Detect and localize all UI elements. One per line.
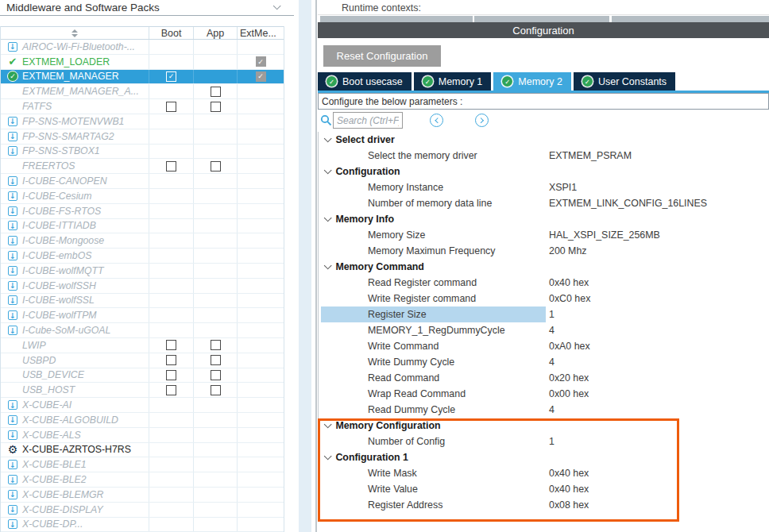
- app-checkbox[interactable]: [211, 355, 221, 365]
- middleware-row[interactable]: ⚙X-CUBE-AZRTOS-H7RS: [1, 443, 284, 458]
- extmem-column-header[interactable]: ExtMe...: [238, 27, 284, 39]
- middleware-row[interactable]: ✓EXTMEM_MANAGER✓✓: [1, 70, 284, 85]
- middleware-row[interactable]: USB_DEVICE: [1, 368, 284, 384]
- chevron-down-icon[interactable]: [272, 2, 280, 10]
- middleware-row[interactable]: FATFS: [1, 99, 284, 114]
- parameter-row[interactable]: Write Command0xA0 hex: [319, 338, 769, 354]
- middleware-row[interactable]: ↓I-CUBE-wolfMQTT: [1, 264, 284, 279]
- parameter-row[interactable]: Write Register command0xC0 hex: [319, 291, 769, 306]
- extmem-checkbox[interactable]: ✓: [256, 56, 266, 67]
- parameter-section-row[interactable]: Memory Info: [319, 211, 769, 227]
- parameter-value[interactable]: 0x20 hex: [546, 372, 589, 384]
- next-match-button[interactable]: [475, 114, 489, 127]
- middleware-row[interactable]: ↓I-Cube-SoM-uGOAL: [1, 323, 284, 338]
- parameter-value[interactable]: 1: [546, 436, 555, 447]
- parameter-value[interactable]: XSPI1: [546, 182, 577, 193]
- search-input[interactable]: [333, 112, 403, 129]
- middleware-row[interactable]: ↓X-CUBE-DP...: [1, 518, 284, 532]
- parameter-value[interactable]: 0xA0 hex: [546, 341, 590, 352]
- parameter-value[interactable]: HAL_XSPI_SIZE_256MB: [546, 229, 660, 241]
- parameter-value[interactable]: 0x40 hex: [546, 468, 589, 479]
- tab-memory-2[interactable]: ✓Memory 2: [493, 72, 571, 91]
- chevron-down-icon[interactable]: [323, 214, 331, 222]
- parameter-row[interactable]: Write Dummy Cycle4: [319, 354, 769, 370]
- parameter-value[interactable]: 4: [546, 325, 555, 336]
- parameter-value[interactable]: EXTMEM_LINK_CONFIG_16LINES: [546, 198, 707, 209]
- parameter-row[interactable]: Read Register command0x40 hex: [319, 275, 769, 291]
- middleware-row[interactable]: ↓X-CUBE-BLEMGR: [1, 488, 284, 503]
- middleware-row[interactable]: ↓I-CUBE-Mongoose: [1, 233, 284, 249]
- parameter-section-row[interactable]: Memory Configuration: [319, 418, 769, 434]
- parameter-row[interactable]: Register Size1: [319, 306, 769, 322]
- parameter-value[interactable]: 200 Mhz: [546, 245, 587, 256]
- parameter-row[interactable]: Memory SizeHAL_XSPI_SIZE_256MB: [319, 227, 769, 243]
- parameter-row[interactable]: Select the memory driverEXTMEM_PSRAM: [319, 148, 769, 164]
- middleware-row[interactable]: LWIP: [1, 338, 284, 353]
- middleware-row[interactable]: ↓I-CUBE-wolfTPM: [1, 308, 284, 323]
- middleware-row[interactable]: USB_HOST: [1, 383, 284, 398]
- middleware-row[interactable]: ↓FP-SNS-MOTENVWB1: [1, 114, 284, 129]
- middleware-row[interactable]: ↓X-CUBE-DISPLAY: [1, 503, 284, 518]
- parameter-row[interactable]: Memory Maximun Frequency200 Mhz: [319, 243, 769, 259]
- parameter-section-row[interactable]: Memory Command: [319, 259, 769, 275]
- parameter-row[interactable]: Write Mask0x40 hex: [319, 465, 769, 481]
- chevron-down-icon[interactable]: [323, 135, 331, 143]
- app-checkbox[interactable]: [211, 340, 221, 350]
- parameter-section-row[interactable]: Select driver: [319, 132, 769, 148]
- app-checkbox[interactable]: [211, 370, 221, 380]
- middleware-row[interactable]: EXTMEM_MANAGER_A...: [1, 84, 284, 99]
- extmem-checkbox[interactable]: ✓: [256, 71, 266, 82]
- parameter-row[interactable]: Read Command0x20 hex: [319, 370, 769, 386]
- middleware-row[interactable]: ↓X-CUBE-AI: [1, 398, 284, 413]
- name-column-header[interactable]: [1, 27, 149, 39]
- middleware-row[interactable]: ↓I-CUBE-Cesium: [1, 189, 284, 204]
- middleware-row[interactable]: ↓I-CUBE-CANOPEN: [1, 174, 284, 189]
- tab-boot-usecase[interactable]: ✓Boot usecase: [318, 72, 412, 91]
- middleware-row[interactable]: ↓I-CUBE-FS-RTOS: [1, 204, 284, 219]
- middleware-row[interactable]: ↓X-CUBE-ALGOBUILD: [1, 413, 284, 428]
- parameter-row[interactable]: Write Value0x40 hex: [319, 481, 769, 497]
- boot-checkbox[interactable]: [166, 385, 176, 395]
- parameter-section-row[interactable]: Configuration: [319, 164, 769, 179]
- middleware-row[interactable]: ✔EXTMEM_LOADER✓: [1, 55, 284, 70]
- parameter-row[interactable]: Read Dummy Cycle4: [319, 402, 769, 418]
- middleware-row[interactable]: ↓FP-SNS-STBOX1: [1, 145, 284, 160]
- parameter-row[interactable]: Memory InstanceXSPI1: [319, 179, 769, 195]
- parameter-value[interactable]: EXTMEM_PSRAM: [546, 150, 632, 161]
- parameter-value[interactable]: 1: [546, 309, 555, 320]
- middleware-row[interactable]: ↓I-CUBE-embOS: [1, 249, 284, 264]
- parameter-value[interactable]: 0x08 hex: [546, 499, 589, 511]
- parameter-value[interactable]: 4: [546, 357, 555, 368]
- boot-checkbox[interactable]: [166, 355, 176, 365]
- middleware-row[interactable]: ↓I-CUBE-wolfSSH: [1, 279, 284, 294]
- parameter-value[interactable]: 4: [546, 404, 555, 415]
- parameter-row[interactable]: Register Address0x08 hex: [319, 497, 769, 513]
- app-checkbox[interactable]: [211, 385, 221, 395]
- middleware-row[interactable]: ↓I-CUBE-ITTIADB: [1, 219, 284, 234]
- boot-checkbox[interactable]: [166, 102, 176, 112]
- middleware-row[interactable]: ↓X-CUBE-ALS: [1, 428, 284, 443]
- middleware-row[interactable]: ↓X-CUBE-BLE2: [1, 472, 284, 488]
- app-column-header[interactable]: App: [194, 27, 238, 39]
- app-checkbox[interactable]: [211, 161, 221, 172]
- chevron-down-icon[interactable]: [323, 262, 331, 270]
- boot-column-header[interactable]: Boot: [149, 27, 194, 39]
- reset-configuration-button[interactable]: Reset Configuration: [323, 45, 441, 67]
- chevron-down-icon[interactable]: [323, 421, 331, 429]
- parameter-section-row[interactable]: Configuration 1: [319, 449, 769, 465]
- chevron-down-icon[interactable]: [323, 167, 331, 175]
- sort-arrows-icon[interactable]: [71, 29, 78, 37]
- boot-checkbox[interactable]: ✓: [166, 71, 176, 82]
- parameter-row[interactable]: MEMORY_1_RegDummyCycle4: [319, 322, 769, 338]
- boot-checkbox[interactable]: [166, 161, 176, 172]
- parameter-row[interactable]: Wrap Read Command0x00 hex: [319, 386, 769, 402]
- app-checkbox[interactable]: [211, 87, 221, 97]
- boot-checkbox[interactable]: [166, 370, 176, 380]
- vertical-scrollbar-track[interactable]: [299, 0, 311, 532]
- parameter-row[interactable]: Number of memory data lineEXTMEM_LINK_CO…: [319, 195, 769, 211]
- parameter-value[interactable]: 0x40 hex: [546, 277, 589, 288]
- app-checkbox[interactable]: [211, 102, 221, 112]
- tab-memory-1[interactable]: ✓Memory 1: [414, 72, 492, 91]
- middleware-row[interactable]: ↓AIROC-Wi-Fi-Bluetooth-...: [1, 40, 284, 55]
- boot-checkbox[interactable]: [166, 340, 176, 350]
